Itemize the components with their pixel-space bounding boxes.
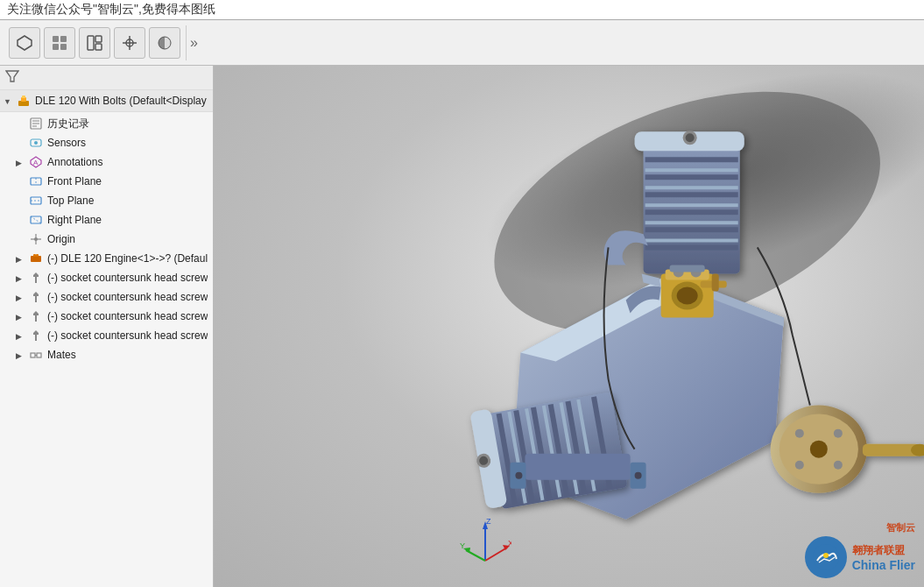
svg-rect-6 [95, 36, 102, 42]
svg-rect-7 [95, 44, 102, 50]
annotations-label: Annotations [47, 156, 102, 168]
svg-rect-2 [60, 36, 67, 42]
svg-point-107 [823, 553, 829, 558]
svg-marker-0 [18, 36, 32, 50]
tree-item-bolt4[interactable]: (-) socket countersunk head screw [0, 326, 213, 345]
engine-3d-render [214, 66, 924, 587]
bolt2-label: (-) socket countersunk head screw [47, 291, 208, 303]
origin-icon [28, 231, 44, 247]
tree-root-arrow [4, 96, 16, 106]
origin-label: Origin [47, 233, 75, 245]
bolt4-label: (-) socket countersunk head screw [47, 329, 208, 342]
bolt1-arrow [16, 273, 28, 283]
display-button[interactable] [149, 27, 180, 59]
tree-item-frontplane[interactable]: Front Plane [0, 172, 213, 191]
svg-rect-15 [22, 95, 25, 98]
mates-arrow [16, 350, 28, 360]
svg-rect-1 [53, 36, 59, 42]
svg-marker-39 [33, 330, 39, 341]
history-label: 历史记录 [47, 117, 89, 131]
bolt1-label: (-) socket countersunk head screw [47, 272, 208, 284]
axis-indicator: Z X Y [459, 517, 511, 569]
tree-item-bolt1[interactable]: (-) socket countersunk head screw [0, 268, 213, 287]
tree-item-bolt3[interactable]: (-) socket countersunk head screw [0, 307, 213, 326]
svg-point-91 [834, 461, 843, 470]
bolt2-arrow [16, 293, 28, 302]
left-panel: DLE 120 With Bolts (Default<Display 历史记录 [0, 66, 214, 587]
tree-item-bolt2[interactable]: (-) socket countersunk head screw [0, 287, 213, 307]
watermark-overlay: 智制云 翱翔者联盟 China Flier [805, 521, 915, 578]
split-button[interactable] [79, 27, 110, 59]
svg-marker-12 [6, 71, 18, 81]
svg-point-89 [834, 429, 843, 438]
topplane-icon [28, 193, 44, 209]
bolt3-arrow [16, 312, 28, 322]
svg-rect-3 [53, 44, 59, 50]
orientation-button[interactable] [9, 27, 40, 59]
bolt3-icon [28, 308, 44, 324]
filter-icon [5, 69, 19, 86]
crosshair-button[interactable] [114, 27, 145, 59]
svg-line-100 [485, 548, 507, 561]
watermark-bar: 关注微信公众号"智制云",免费得本图纸 [0, 0, 924, 20]
bolt3-label: (-) socket countersunk head screw [47, 310, 208, 322]
toolbar: » [0, 20, 924, 66]
bolt1-icon [28, 270, 44, 286]
svg-text:A: A [33, 159, 39, 166]
engine-label: (-) DLE 120 Engine<1>->? (Defaul [47, 252, 208, 265]
sensors-label: Sensors [47, 137, 86, 149]
svg-point-32 [34, 237, 38, 241]
tree-area: 历史记录 Sensors A [0, 112, 213, 587]
viewport[interactable]: Z X Y 智制云 [214, 66, 924, 587]
svg-point-58 [686, 133, 695, 142]
tree-item-origin[interactable]: Origin [0, 230, 213, 249]
tree-item-history[interactable]: 历史记录 [0, 114, 213, 133]
watermark-text: 关注微信公众号"智制云",免费得本图纸 [7, 2, 215, 16]
tree-item-rightplane[interactable]: Right Plane [0, 210, 213, 230]
svg-rect-4 [60, 44, 67, 50]
svg-point-88 [795, 429, 804, 438]
tree-root-label: DLE 120 With Bolts (Default<Display [35, 95, 207, 107]
tree-item-sensors[interactable]: Sensors [0, 133, 213, 152]
svg-marker-36 [33, 272, 39, 283]
watermark-logo [805, 536, 847, 578]
svg-point-92 [810, 441, 828, 458]
watermark-text-en: China Flier [852, 558, 915, 572]
toolbar-group-main [4, 25, 187, 60]
svg-rect-40 [31, 353, 35, 357]
svg-point-84 [635, 472, 642, 479]
engine-icon [28, 251, 44, 266]
svg-rect-34 [33, 254, 36, 257]
svg-point-11 [159, 37, 171, 49]
engine-arrow [16, 254, 28, 264]
tree-item-engine[interactable]: (-) DLE 120 Engine<1>->? (Defaul [0, 249, 213, 268]
bolt2-icon [28, 289, 44, 305]
svg-point-21 [34, 141, 38, 145]
svg-text:Z: Z [486, 517, 491, 526]
brand-cn: 智制云 [886, 521, 915, 534]
svg-text:X: X [508, 539, 511, 548]
svg-point-90 [795, 461, 804, 470]
tree-item-mates[interactable]: Mates [0, 345, 213, 364]
svg-rect-35 [36, 254, 39, 257]
svg-line-29 [31, 216, 41, 223]
sensors-icon [28, 135, 44, 151]
tree-item-annotations[interactable]: A Annotations [0, 152, 213, 172]
frontplane-label: Front Plane [47, 175, 102, 187]
svg-marker-38 [33, 311, 39, 322]
toolbar-expand-button[interactable]: » [187, 32, 201, 54]
watermark-text-cn: 翱翔者联盟 [852, 543, 905, 558]
annotations-arrow [16, 158, 28, 167]
topplane-label: Top Plane [47, 194, 94, 207]
grid-button[interactable] [44, 27, 75, 59]
bolt4-arrow [16, 331, 28, 341]
tree-root-icon [16, 93, 32, 109]
svg-rect-79 [712, 273, 719, 291]
rightplane-label: Right Plane [47, 214, 102, 226]
svg-rect-33 [31, 256, 41, 262]
history-icon [28, 116, 44, 131]
filter-bar [0, 66, 213, 90]
mates-label: Mates [47, 349, 76, 361]
tree-root[interactable]: DLE 120 With Bolts (Default<Display [0, 90, 213, 112]
tree-item-topplane[interactable]: Top Plane [0, 191, 213, 210]
